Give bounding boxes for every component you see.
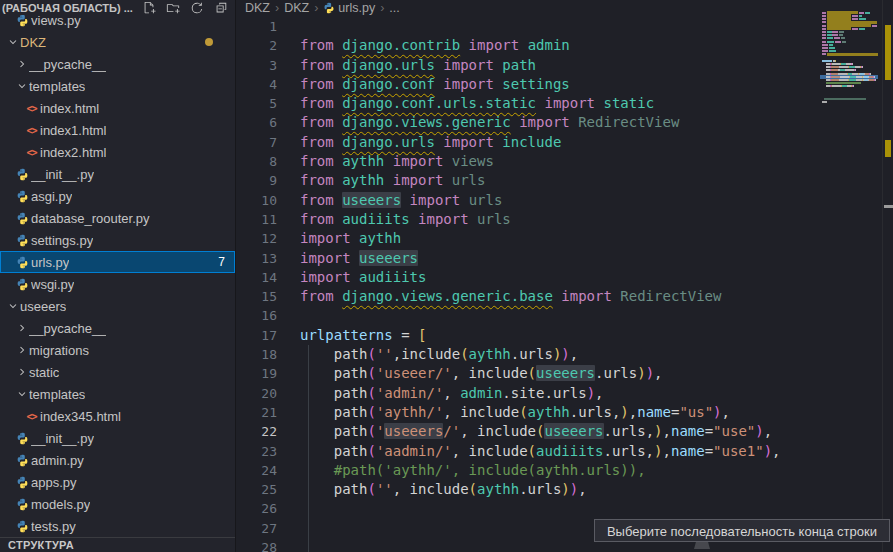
code-line-19[interactable]: 19 path('useeer/', include(useeers.urls)… (237, 364, 820, 383)
code-line-15[interactable]: 15from django.views.generic.base import … (237, 287, 820, 306)
code-line-26[interactable]: 26 (237, 499, 820, 518)
code-line-21[interactable]: 21 path('aythh/', include(aythh.urls,),n… (237, 403, 820, 422)
line-number[interactable]: 4 (237, 75, 277, 94)
code-area[interactable]: 12from django.contrib import admin3from … (237, 17, 820, 552)
code-line-16[interactable]: 16 (237, 306, 820, 325)
line-number[interactable]: 11 (237, 210, 277, 229)
breadcrumb-item-3[interactable]: ... (389, 1, 399, 15)
tree-item-tests-py[interactable]: tests.py (0, 515, 235, 537)
line-number[interactable]: 10 (237, 191, 277, 210)
line-number[interactable]: 16 (237, 306, 277, 325)
refresh-icon[interactable] (189, 0, 205, 16)
tree-item-urls-py[interactable]: urls.py7 (0, 251, 235, 273)
code-token: path (502, 57, 536, 73)
code-token: path (300, 346, 367, 362)
code-line-10[interactable]: 10from useeers import urls (237, 191, 820, 210)
code-line-8[interactable]: 8from aythh import views (237, 152, 820, 171)
tree-item-index1-html[interactable]: <>index1.html (0, 119, 235, 141)
line-number[interactable]: 26 (237, 499, 277, 518)
code-line-12[interactable]: 12import aythh (237, 229, 820, 248)
new-file-icon[interactable] (141, 0, 157, 16)
tree-item-init-py[interactable]: __init__.py (0, 163, 235, 185)
line-number[interactable]: 19 (237, 364, 277, 383)
code-line-18[interactable]: 18 path('',include(aythh.urls)), (237, 345, 820, 364)
overview-ruler[interactable] (882, 0, 893, 552)
line-number[interactable]: 14 (237, 268, 277, 287)
line-number[interactable]: 15 (237, 287, 277, 306)
tree-item-label: index.html (40, 101, 99, 116)
code-token: static (603, 95, 654, 111)
code-line-4[interactable]: 4from django.conf import settings (237, 75, 820, 94)
code-line-25[interactable]: 25 path('', include(aythh.urls)), (237, 480, 820, 499)
line-number[interactable]: 17 (237, 326, 277, 345)
line-number[interactable]: 20 (237, 384, 277, 403)
code-line-24[interactable]: 24 #path('aythh/', include(aythh.urls)), (237, 461, 820, 480)
line-number[interactable]: 2 (237, 36, 277, 55)
tree-item-label: admin.py (31, 453, 84, 468)
tree-item-apps-py[interactable]: apps.py (0, 471, 235, 493)
line-number[interactable]: 1 (237, 17, 277, 36)
tree-item-templates[interactable]: templates (0, 75, 235, 97)
tree-item-static[interactable]: static (0, 361, 235, 383)
line-number[interactable]: 27 (237, 519, 277, 538)
tree-item-database-roouter-py[interactable]: database_roouter.py (0, 207, 235, 229)
code-line-22[interactable]: 22 path('useeers/', include(useeers.urls… (237, 422, 820, 441)
tree-item-pycache[interactable]: __pycache__ (0, 53, 235, 75)
code-line-23[interactable]: 23 path('aadmin/', include(audiiits.urls… (237, 442, 820, 461)
code-line-3[interactable]: 3from django.urls import path (237, 56, 820, 75)
tree-item-index2-html[interactable]: <>index2.html (0, 141, 235, 163)
tree-item-views-py[interactable]: views.py (0, 15, 235, 31)
minimap-line-segment (831, 69, 839, 71)
code-line-20[interactable]: 20 path('admin/', admin.site.urls), (237, 384, 820, 403)
tree-item-index-html[interactable]: <>index.html (0, 97, 235, 119)
code-line-9[interactable]: 9from aythh import urls (237, 171, 820, 190)
tree-item-templates[interactable]: templates (0, 383, 235, 405)
code-line-6[interactable]: 6from django.views.generic import Redire… (237, 113, 820, 132)
line-number[interactable]: 3 (237, 56, 277, 75)
line-number[interactable]: 8 (237, 152, 277, 171)
line-number[interactable]: 13 (237, 249, 277, 268)
line-number[interactable]: 12 (237, 229, 277, 248)
code-line-2[interactable]: 2from django.contrib import admin (237, 36, 820, 55)
line-number[interactable]: 18 (237, 345, 277, 364)
line-number[interactable]: 6 (237, 113, 277, 132)
eol-tooltip: Выберите последовательность конца строки (594, 519, 890, 542)
collapse-all-icon[interactable] (213, 0, 229, 16)
python-icon (15, 497, 30, 512)
minimap-line-segment (829, 47, 836, 49)
line-number[interactable]: 24 (237, 461, 277, 480)
tree-item-settings-py[interactable]: settings.py (0, 229, 235, 251)
line-number[interactable]: 21 (237, 403, 277, 422)
line-number[interactable]: 23 (237, 442, 277, 461)
tree-item-useeers[interactable]: useeers (0, 295, 235, 317)
tree-item-migrations[interactable]: migrations (0, 339, 235, 361)
highlighted-word: useeers (359, 250, 418, 266)
tree-item-pycache[interactable]: __pycache__ (0, 317, 235, 339)
tree-item-index345-html[interactable]: <>index345.html (0, 405, 235, 427)
breadcrumb-item-1[interactable]: DKZ (284, 1, 309, 15)
new-folder-icon[interactable] (165, 0, 181, 16)
tree-item-wsgi-py[interactable]: wsgi.py (0, 273, 235, 295)
line-number[interactable]: 9 (237, 171, 277, 190)
line-number[interactable]: 5 (237, 94, 277, 113)
code-line-13[interactable]: 13import useeers (237, 249, 820, 268)
tree-item-models-py[interactable]: models.py (0, 493, 235, 515)
line-number[interactable]: 7 (237, 133, 277, 152)
tree-item-dkz[interactable]: DKZ (0, 31, 235, 53)
code-line-5[interactable]: 5from django.conf.urls.static import sta… (237, 94, 820, 113)
line-number[interactable]: 25 (237, 480, 277, 499)
line-number[interactable]: 28 (237, 538, 277, 552)
line-number[interactable]: 22 (237, 422, 277, 441)
code-line-17[interactable]: 17urlpatterns = [ (237, 326, 820, 345)
outline-section-header[interactable]: СТРУКТУРА (0, 537, 235, 552)
minimap[interactable] (820, 8, 878, 138)
tree-item-asgi-py[interactable]: asgi.py (0, 185, 235, 207)
code-line-11[interactable]: 11from audiiits import urls (237, 210, 820, 229)
code-line-14[interactable]: 14import audiiits (237, 268, 820, 287)
tree-item-admin-py[interactable]: admin.py (0, 449, 235, 471)
breadcrumb-item-2[interactable]: urls.py (323, 1, 375, 15)
tree-item-init-py[interactable]: __init__.py (0, 427, 235, 449)
code-line-7[interactable]: 7from django.urls import include (237, 133, 820, 152)
code-line-1[interactable]: 1 (237, 17, 820, 36)
breadcrumb-item-0[interactable]: DKZ (245, 1, 270, 15)
